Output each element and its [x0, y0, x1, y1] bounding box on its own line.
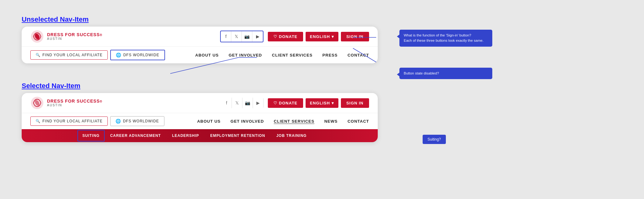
affiliate-button-selected[interactable]: 🔍 FIND YOUR LOCAL AFFILIATE: [30, 116, 108, 126]
dfs-button-unselected[interactable]: 🌐 DFS WORLDWIDE: [110, 50, 165, 60]
instagram-icon-sel[interactable]: 📷: [242, 98, 253, 108]
nav-about-us[interactable]: ABOUT US: [195, 53, 219, 57]
logo-icon: [30, 30, 44, 43]
selected-nav-card: DRESS FOR SUCCESS® AUSTIN f 𝕏 📷 ▶ ♡ DON: [22, 93, 378, 142]
nav-contact[interactable]: CONTACT: [347, 53, 369, 57]
sub-nav-leadership[interactable]: LEADERSHIP: [167, 129, 205, 142]
sub-nav-employment[interactable]: EMPLOYMENT RETENTION: [205, 129, 271, 142]
social-icons-selected: f 𝕏 📷 ▶: [221, 98, 263, 108]
logo-area-selected: DRESS FOR SUCCESS® AUSTIN: [30, 96, 102, 110]
sub-nav-bar: SUITING CAREER ADVANCEMENT LEADERSHIP EM…: [22, 129, 378, 142]
search-icon-sel: 🔍: [36, 119, 41, 123]
logo-text-selected: DRESS FOR SUCCESS® AUSTIN: [47, 99, 102, 107]
globe-icon: 🌐: [116, 53, 121, 57]
signin-callout: What is the function of the 'Sign-in' bu…: [399, 30, 492, 47]
facebook-icon[interactable]: f: [221, 31, 231, 42]
top-bar-unselected: DRESS FOR SUCCESS® AUSTIN f 𝕏 📷 ▶ ♡ DON: [22, 27, 378, 47]
facebook-icon-sel[interactable]: f: [221, 98, 232, 108]
logo-sub: AUSTIN: [47, 37, 102, 40]
english-button-unselected[interactable]: ENGLISH ▾: [306, 32, 338, 41]
nav-get-involved[interactable]: GET INVOLVED: [228, 53, 262, 57]
english-button-selected[interactable]: ENGLISH ▾: [306, 98, 338, 108]
signin-button-unselected[interactable]: SIGN IN: [341, 32, 369, 41]
globe-icon-sel: 🌐: [115, 119, 121, 124]
selected-label: Selected Nav-Item: [22, 82, 622, 90]
twitter-icon-sel[interactable]: 𝕏: [232, 98, 242, 108]
nav-news-sel[interactable]: NEWS: [324, 119, 337, 124]
nav-client-services[interactable]: CLIENT SERVICES: [272, 53, 312, 57]
social-icons-unselected: f 𝕏 📷 ▶: [220, 31, 263, 42]
dfs-button-selected[interactable]: 🌐 DFS WORLDWIDE: [110, 116, 164, 126]
twitter-icon[interactable]: 𝕏: [231, 31, 242, 42]
signin-button-selected[interactable]: SIGN IN: [341, 98, 369, 108]
sub-nav-jobtraining[interactable]: JOB TRAINING: [271, 129, 312, 142]
logo-icon-selected: [30, 96, 44, 110]
youtube-icon[interactable]: ▶: [252, 31, 263, 42]
nav-get-involved-sel[interactable]: GET INVOLVED: [231, 119, 264, 124]
unselected-nav-card: DRESS FOR SUCCESS® AUSTIN f 𝕏 📷 ▶ ♡ DON: [22, 27, 378, 63]
nav-press[interactable]: PRESS: [322, 53, 337, 57]
disabled-callout: Button state disabled?: [399, 68, 492, 79]
top-right-unselected: f 𝕏 📷 ▶ ♡ DONATE ENGLISH ▾ SIGN IN: [220, 31, 369, 42]
affiliate-button-unselected[interactable]: 🔍 FIND YOUR LOCAL AFFILIATE: [30, 50, 108, 60]
nav-links-unselected: ABOUT US GET INVOLVED CLIENT SERVICES PR…: [174, 53, 369, 57]
search-icon: 🔍: [36, 53, 41, 57]
nav-about-us-sel[interactable]: ABOUT US: [197, 119, 221, 124]
bottom-bar-unselected: 🔍 FIND YOUR LOCAL AFFILIATE 🌐 DFS WORLDW…: [22, 47, 378, 63]
nav-client-services-sel[interactable]: CLIENT SERVICES: [274, 119, 314, 124]
top-right-selected: f 𝕏 📷 ▶ ♡ DONATE ENGLISH ▾ SIGN IN: [221, 98, 369, 108]
logo-sub-selected: AUSTIN: [47, 104, 102, 107]
nav-links-selected: ABOUT US GET INVOLVED CLIENT SERVICES NE…: [174, 119, 369, 124]
suiting-callout: Suiting?: [423, 135, 446, 144]
sub-nav-career[interactable]: CAREER ADVANCEMENT: [105, 129, 167, 142]
logo-brand-selected: DRESS FOR SUCCESS®: [47, 99, 102, 104]
donate-button-selected[interactable]: ♡ DONATE: [268, 98, 303, 108]
top-bar-selected: DRESS FOR SUCCESS® AUSTIN f 𝕏 📷 ▶ ♡ DON: [22, 93, 378, 113]
unselected-label: Unselected Nav-Item: [22, 15, 622, 23]
logo-area: DRESS FOR SUCCESS® AUSTIN: [30, 30, 102, 43]
bottom-bar-selected: 🔍 FIND YOUR LOCAL AFFILIATE 🌐 DFS WORLDW…: [22, 113, 378, 129]
donate-button-unselected[interactable]: ♡ DONATE: [268, 32, 303, 41]
instagram-icon[interactable]: 📷: [242, 31, 252, 42]
youtube-icon-sel[interactable]: ▶: [253, 98, 263, 108]
logo-brand: DRESS FOR SUCCESS®: [47, 32, 102, 37]
sub-nav-suiting[interactable]: SUITING: [77, 130, 105, 142]
nav-contact-sel[interactable]: CONTACT: [347, 119, 369, 124]
logo-text: DRESS FOR SUCCESS® AUSTIN: [47, 32, 102, 40]
